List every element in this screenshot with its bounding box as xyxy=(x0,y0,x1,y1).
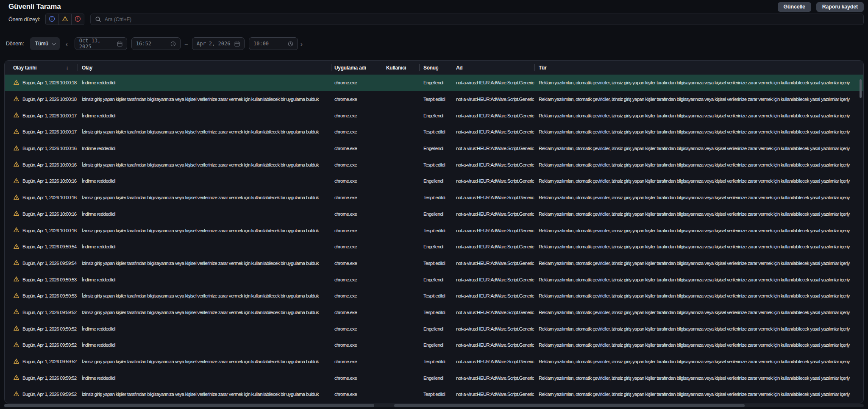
period-label: Dönem: xyxy=(6,41,24,47)
table-row[interactable]: Bugün, Apr 1, 2026 10:00:16 İzinsiz giri… xyxy=(5,156,863,173)
cell-sonuc: Engellendi xyxy=(419,337,452,353)
table-row[interactable]: Bugün, Apr 1, 2026 10:00:18 İndirme redd… xyxy=(5,75,863,91)
cell-uygulama-adi: chrome.exe xyxy=(331,386,382,403)
table-row[interactable]: Bugün, Apr 1, 2026 09:59:52 İzinsiz giri… xyxy=(5,353,863,370)
top-bar: Güvenli Tarama Güncelle Raporu kaydet xyxy=(8,1,864,13)
clock-icon xyxy=(288,41,293,47)
cell-olay: İndirme reddedildi xyxy=(78,337,331,353)
cell-uygulama-adi: chrome.exe xyxy=(331,140,382,157)
cell-olay: İzinsiz giriş yapan kişiler tarafından b… xyxy=(78,222,331,239)
table-row[interactable]: Bugün, Apr 1, 2026 09:59:52 İndirme redd… xyxy=(5,370,863,386)
cell-tur: Reklam yazılımları, otomatik çeviriciler… xyxy=(534,304,863,321)
table-row[interactable]: Bugün, Apr 1, 2026 09:59:54 İzinsiz giri… xyxy=(5,255,863,272)
sort-descending-icon[interactable]: ↓ xyxy=(66,65,68,71)
table-row[interactable]: Bugün, Apr 1, 2026 10:00:16 İndirme redd… xyxy=(5,173,863,189)
cell-olay-tarihi: Bugün, Apr 1, 2026 10:00:18 xyxy=(5,91,78,108)
calendar-icon xyxy=(234,41,240,47)
cell-tur: Reklam yazılımları, otomatik çeviriciler… xyxy=(534,107,863,124)
cell-olay: İndirme reddedildi xyxy=(78,271,331,288)
cell-ad: not-a-virus:HEUR:AdWare.Script.Generic xyxy=(452,189,534,206)
start-time-field[interactable]: 16:52 xyxy=(131,37,181,50)
table-row[interactable]: Bugün, Apr 1, 2026 10:00:16 İndirme redd… xyxy=(5,206,863,223)
cell-kullanici xyxy=(382,255,419,272)
cell-olay: İzinsiz giriş yapan kişiler tarafından b… xyxy=(78,91,331,108)
end-time-field[interactable]: 10:00 xyxy=(249,37,298,50)
table-row[interactable]: Bugün, Apr 1, 2026 10:00:18 İzinsiz giri… xyxy=(5,91,863,108)
table-row[interactable]: Bugün, Apr 1, 2026 10:00:16 İzinsiz giri… xyxy=(5,222,863,239)
page-title: Güvenli Tarama xyxy=(8,3,61,11)
severity-info-button[interactable] xyxy=(46,14,58,25)
cell-olay: İzinsiz giriş yapan kişiler tarafından b… xyxy=(78,156,331,173)
column-header-tur[interactable]: Tür xyxy=(534,61,863,75)
search-box[interactable] xyxy=(90,14,864,25)
update-button[interactable]: Güncelle xyxy=(778,2,811,12)
cell-olay: İndirme reddedildi xyxy=(78,140,331,157)
cell-ad: not-a-virus:HEUR:AdWare.Script.Generic xyxy=(452,91,534,108)
search-input[interactable] xyxy=(105,17,859,22)
table-row[interactable]: Bugün, Apr 1, 2026 09:59:53 İzinsiz giri… xyxy=(5,288,863,304)
cell-olay-tarihi: Bugün, Apr 1, 2026 09:59:53 xyxy=(5,288,78,304)
cell-olay: İndirme reddedildi xyxy=(78,239,331,255)
end-time-value: 10:00 xyxy=(253,41,269,47)
cell-olay-tarihi: Bugün, Apr 1, 2026 10:00:16 xyxy=(5,222,78,239)
severity-error-button[interactable] xyxy=(71,14,84,25)
start-time-value: 16:52 xyxy=(136,41,151,47)
column-header-kullanici[interactable]: Kullanıcı xyxy=(382,61,419,75)
column-header-ad[interactable]: Ad xyxy=(452,61,534,75)
period-range-value: Tümü xyxy=(35,41,48,47)
cell-kullanici xyxy=(382,107,419,124)
start-date-value: Oct 13, 2025 xyxy=(79,38,114,50)
vertical-scrollbar-thumb[interactable] xyxy=(860,79,862,98)
table-row[interactable]: Bugün, Apr 1, 2026 09:59:54 İndirme redd… xyxy=(5,239,863,255)
cell-olay-tarihi: Bugün, Apr 1, 2026 09:59:52 xyxy=(5,337,78,353)
cell-tur: Reklam yazılımları, otomatik çeviriciler… xyxy=(534,320,863,337)
cell-olay-tarihi: Bugün, Apr 1, 2026 09:59:54 xyxy=(5,255,78,272)
cell-sonuc: Tespit edildi xyxy=(419,304,452,321)
chevron-down-icon xyxy=(52,41,56,45)
cell-kullanici xyxy=(382,189,419,206)
table-row[interactable]: Bugün, Apr 1, 2026 10:00:16 İndirme redd… xyxy=(5,140,863,157)
table-row[interactable]: Bugün, Apr 1, 2026 10:00:16 İzinsiz giri… xyxy=(5,189,863,206)
cell-sonuc: Tespit edildi xyxy=(419,255,452,272)
end-date-value: Apr 2, 2026 xyxy=(197,41,230,47)
table-row[interactable]: Bugün, Apr 1, 2026 09:59:53 İndirme redd… xyxy=(5,271,863,288)
cell-sonuc: Engellendi xyxy=(419,320,452,337)
cell-olay: İndirme reddedildi xyxy=(78,107,331,124)
cell-tur: Reklam yazılımları, otomatik çeviriciler… xyxy=(534,91,863,108)
cell-ad: not-a-virus:HEUR:AdWare.Script.Generic xyxy=(452,386,534,403)
warning-icon xyxy=(13,358,19,365)
cell-olay-tarihi: Bugün, Apr 1, 2026 10:00:18 xyxy=(5,75,78,91)
cell-olay-tarihi: Bugün, Apr 1, 2026 09:59:52 xyxy=(5,386,78,403)
period-next-button[interactable]: › xyxy=(298,40,305,47)
table-row[interactable]: Bugün, Apr 1, 2026 09:59:52 İndirme redd… xyxy=(5,320,863,337)
column-header-sonuc[interactable]: Sonuç xyxy=(419,61,452,75)
severity-warning-button[interactable] xyxy=(58,14,71,25)
cell-uygulama-adi: chrome.exe xyxy=(331,288,382,304)
cell-uygulama-adi: chrome.exe xyxy=(331,239,382,255)
horizontal-scrollbar-track[interactable] xyxy=(4,404,864,407)
cell-sonuc: Engellendi xyxy=(419,173,452,189)
period-range-dropdown[interactable]: Tümü xyxy=(30,37,60,50)
horizontal-scrollbar-thumb[interactable] xyxy=(4,404,374,407)
end-date-field[interactable]: Apr 2, 2026 xyxy=(192,37,245,50)
severity-label: Önem düzeyi: xyxy=(8,17,40,22)
table-row[interactable]: Bugün, Apr 1, 2026 09:59:52 İndirme redd… xyxy=(5,337,863,353)
filter-row: Önem düzeyi: xyxy=(8,14,864,25)
table-row[interactable]: Bugün, Apr 1, 2026 09:59:52 İzinsiz giri… xyxy=(5,304,863,321)
cell-sonuc: Tespit edildi xyxy=(419,156,452,173)
column-header-olay[interactable]: Olay xyxy=(78,61,331,75)
horizontal-scrollbar-thumb[interactable] xyxy=(394,404,745,407)
cell-tur: Reklam yazılımları, otomatik çeviriciler… xyxy=(534,156,863,173)
warning-icon xyxy=(13,210,19,217)
table-row[interactable]: Bugün, Apr 1, 2026 10:00:17 İzinsiz giri… xyxy=(5,124,863,140)
cell-kullanici xyxy=(382,304,419,321)
column-header-uygulama-adi[interactable]: Uygulama adı xyxy=(331,61,382,75)
cell-kullanici xyxy=(382,337,419,353)
start-date-field[interactable]: Oct 13, 2025 xyxy=(75,37,127,50)
save-report-button[interactable]: Raporu kaydet xyxy=(816,2,864,12)
column-header-olay-tarihi[interactable]: Olay tarihi ↓ xyxy=(5,61,78,75)
table-row[interactable]: Bugün, Apr 1, 2026 10:00:17 İndirme redd… xyxy=(5,107,863,124)
cell-uygulama-adi: chrome.exe xyxy=(331,124,382,140)
period-prev-button[interactable]: ‹ xyxy=(63,40,70,47)
table-row[interactable]: Bugün, Apr 1, 2026 09:59:52 İzinsiz giri… xyxy=(5,386,863,403)
